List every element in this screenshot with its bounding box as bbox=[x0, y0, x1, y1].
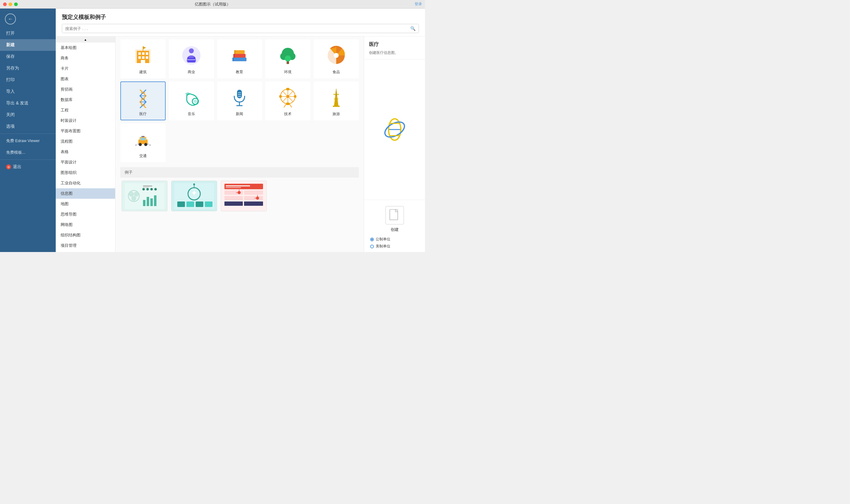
svg-rect-89 bbox=[205, 201, 213, 207]
category-item-engineering[interactable]: 工程 bbox=[56, 105, 115, 115]
svg-point-62 bbox=[139, 143, 142, 146]
sidebar-item-options[interactable]: 选项 bbox=[0, 121, 56, 132]
template-item-tech[interactable]: 技术 bbox=[265, 82, 310, 120]
svg-rect-2 bbox=[139, 52, 141, 55]
search-input[interactable] bbox=[62, 24, 407, 33]
environment-icon bbox=[275, 43, 300, 68]
template-item-environment[interactable]: 环境 bbox=[265, 39, 310, 78]
maximize-window-btn[interactable] bbox=[14, 2, 18, 6]
right-panel-create-area: 创建 公制单位 美制单位 bbox=[364, 200, 425, 252]
svg-rect-4 bbox=[146, 52, 148, 55]
category-item-network[interactable]: 网络图 bbox=[56, 219, 115, 230]
template-item-food[interactable]: 食品 bbox=[313, 39, 359, 78]
category-item-orgchart[interactable]: 组织结构图 bbox=[56, 230, 115, 240]
category-item-science[interactable]: 科学 bbox=[56, 251, 115, 252]
category-item-floorplan[interactable]: 平面布置图 bbox=[56, 126, 115, 136]
traffic-icon bbox=[131, 127, 155, 151]
exit-icon: ⊖ bbox=[6, 164, 11, 169]
template-item-music[interactable]: 音乐 bbox=[169, 82, 214, 120]
radio-us-units[interactable]: 美制单位 bbox=[370, 244, 419, 249]
category-item-clipart[interactable]: 剪切画 bbox=[56, 84, 115, 95]
exit-label: 退出 bbox=[13, 164, 21, 169]
category-item-industrial[interactable]: 工业自动化 bbox=[56, 178, 115, 188]
template-item-news[interactable]: 新闻 bbox=[217, 82, 263, 120]
svg-point-63 bbox=[144, 143, 147, 146]
radio-group: 公制单位 美制单位 bbox=[369, 237, 420, 249]
close-window-btn[interactable] bbox=[3, 2, 7, 6]
svg-rect-101 bbox=[244, 201, 263, 206]
svg-point-26 bbox=[285, 55, 291, 61]
back-button[interactable]: ← bbox=[0, 8, 56, 28]
category-item-mindmap[interactable]: 思维导图 bbox=[56, 209, 115, 219]
sidebar-item-free-templates[interactable]: 免费模板... bbox=[0, 147, 56, 158]
svg-line-52 bbox=[284, 104, 286, 107]
sidebar-item-close[interactable]: 关闭 bbox=[0, 109, 56, 121]
content-header: 预定义模板和例子 🔍 bbox=[56, 8, 425, 36]
template-label-tech: 技术 bbox=[284, 111, 291, 117]
category-item-chart[interactable]: 图表 bbox=[56, 74, 115, 84]
svg-point-102 bbox=[238, 191, 241, 194]
svg-point-70 bbox=[134, 192, 139, 197]
category-item-project[interactable]: 项目管理 bbox=[56, 240, 115, 251]
category-item-database[interactable]: 数据库 bbox=[56, 95, 115, 105]
svg-rect-14 bbox=[189, 56, 194, 58]
sidebar-item-print[interactable]: 打印 bbox=[0, 74, 56, 86]
category-item-graphic[interactable]: 平面设计 bbox=[56, 157, 115, 167]
category-container: 基本绘图商务卡片图表剪切画数据库工程时装设计平面布置图流程图表格平面设计图形组织… bbox=[56, 42, 115, 252]
sidebar-item-import[interactable]: 导入 bbox=[0, 86, 56, 97]
example-item-1[interactable] bbox=[122, 181, 167, 211]
sidebar-item-export[interactable]: 导出 & 发送 bbox=[0, 97, 56, 109]
category-item-graphic-org[interactable]: 图形组织 bbox=[56, 167, 115, 178]
template-item-traffic[interactable]: 交通 bbox=[120, 123, 166, 162]
create-icon-box[interactable] bbox=[385, 206, 404, 224]
template-item-medical[interactable]: 医疗 bbox=[120, 82, 166, 120]
category-item-map[interactable]: 地图 bbox=[56, 199, 115, 209]
examples-grid bbox=[120, 181, 359, 211]
sidebar-item-saveas[interactable]: 另存为 bbox=[0, 62, 56, 74]
sidebar-item-free-viewer[interactable]: 免费 Edraw Viewer bbox=[0, 135, 56, 147]
sidebar-divider2 bbox=[0, 160, 56, 160]
category-item-basic[interactable]: 基本绘图 bbox=[56, 42, 115, 53]
radio-public-units[interactable]: 公制单位 bbox=[370, 237, 419, 242]
create-button-label[interactable]: 创建 bbox=[391, 227, 399, 232]
svg-rect-6 bbox=[142, 56, 145, 59]
example-item-3[interactable] bbox=[221, 181, 267, 211]
back-circle-icon[interactable]: ← bbox=[5, 14, 16, 24]
sidebar-item-new[interactable]: 新建 bbox=[0, 39, 56, 51]
svg-rect-94 bbox=[226, 185, 250, 186]
minimize-window-btn[interactable] bbox=[8, 2, 12, 6]
example-item-2[interactable] bbox=[171, 181, 217, 211]
svg-point-71 bbox=[131, 196, 136, 201]
svg-rect-51 bbox=[294, 95, 296, 98]
template-item-travel[interactable]: 旅游 bbox=[313, 82, 359, 120]
sidebar-divider bbox=[0, 133, 56, 134]
login-button[interactable]: 登录 bbox=[415, 2, 422, 7]
news-icon bbox=[227, 85, 252, 110]
svg-marker-10 bbox=[143, 46, 146, 49]
category-item-fashion[interactable]: 时装设计 bbox=[56, 115, 115, 126]
sidebar-item-open[interactable]: 打开 bbox=[0, 28, 56, 39]
svg-point-105 bbox=[256, 197, 259, 200]
search-button[interactable]: 🔍 bbox=[407, 24, 419, 33]
right-panel: 医疗 创建医疗信息图。 bbox=[364, 36, 425, 252]
template-label-medical: 医疗 bbox=[139, 111, 147, 117]
svg-rect-50 bbox=[279, 95, 282, 98]
svg-rect-95 bbox=[226, 187, 241, 188]
sidebar-item-exit[interactable]: ⊖ 退出 bbox=[0, 161, 56, 173]
template-item-education[interactable]: 教育 bbox=[217, 39, 263, 78]
template-item-building[interactable]: 建筑 bbox=[120, 39, 166, 78]
template-label-environment: 环境 bbox=[284, 70, 291, 75]
template-item-commerce[interactable]: 商业 bbox=[169, 39, 214, 78]
category-scroll-up[interactable]: ▲ bbox=[56, 36, 115, 42]
svg-rect-66 bbox=[142, 136, 143, 137]
svg-rect-98 bbox=[224, 196, 243, 200]
sidebar-item-save[interactable]: 保存 bbox=[0, 51, 56, 62]
category-item-card[interactable]: 卡片 bbox=[56, 64, 115, 74]
right-panel-title: 医疗 bbox=[364, 36, 425, 50]
category-item-business[interactable]: 商务 bbox=[56, 53, 115, 64]
svg-point-85 bbox=[193, 183, 195, 185]
category-item-form[interactable]: 表格 bbox=[56, 147, 115, 157]
category-item-infographic[interactable]: 信息图 bbox=[56, 188, 115, 199]
main-layout: ← 打开 新建 保存 另存为 打印 导入 导出 & 发送 关闭 选项 免费 Ed… bbox=[0, 8, 425, 252]
category-item-flowchart[interactable]: 流程图 bbox=[56, 136, 115, 147]
